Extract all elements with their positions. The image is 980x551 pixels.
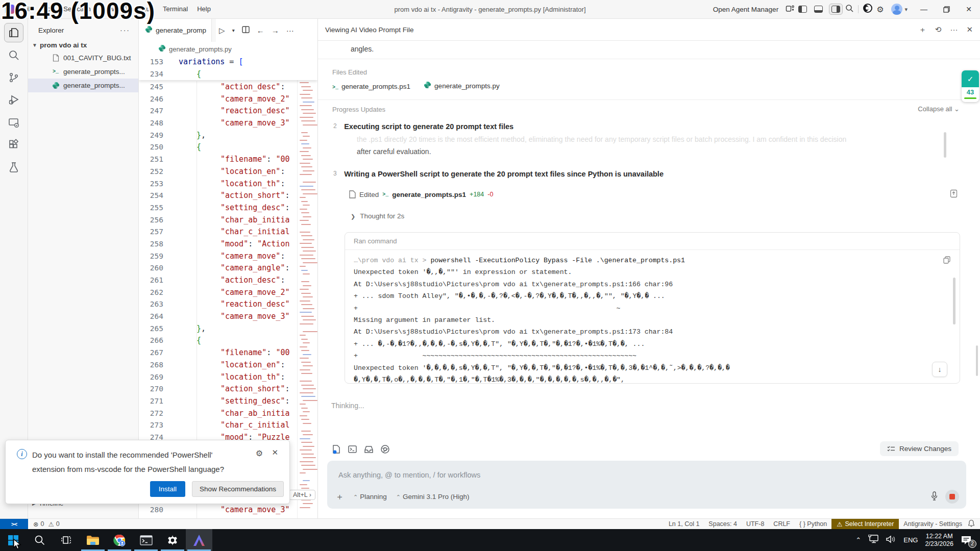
menu-file[interactable]: File (18, 0, 38, 18)
browser-icon[interactable] (380, 444, 390, 456)
review-changes-button[interactable]: Review Changes (880, 441, 959, 456)
toggle-bottom-panel-icon[interactable] (814, 6, 823, 13)
new-conversation-icon[interactable]: ＋ (919, 25, 926, 35)
run-debug-icon[interactable] (4, 90, 23, 110)
toggle-left-panel-icon[interactable] (798, 6, 807, 13)
account-chevron-down-icon[interactable]: ▾ (904, 6, 908, 13)
toggle-right-panel-icon[interactable] (829, 4, 843, 15)
panel-more-icon[interactable]: ··· (950, 25, 958, 35)
show-hidden-icons[interactable]: ⌃ (855, 536, 861, 544)
taskbar-taskview-button[interactable] (53, 529, 80, 551)
explorer-more-icon[interactable]: ··· (120, 26, 130, 34)
nav-forward-icon[interactable]: → (272, 26, 279, 35)
menu-edit[interactable]: Edit (38, 0, 59, 18)
chat-input-box[interactable]: Ask anything, @ to mention, / for workfl… (327, 461, 966, 509)
code-text: "filename": "00 (220, 154, 289, 166)
volume-icon[interactable] (886, 535, 896, 545)
progress-item-2[interactable]: 2 Executing script to generate 20 prompt… (333, 122, 936, 131)
edited-file-chip[interactable]: >_generate_prompts.ps1 (332, 83, 410, 90)
cursor-position[interactable]: Ln 1, Col 1 (664, 520, 704, 528)
remote-indicator[interactable]: >< (0, 519, 28, 530)
thought-row[interactable]: ❯Thought for 2s (351, 212, 404, 220)
notification-settings-icon[interactable]: ⚙ (256, 448, 263, 458)
minimize-button[interactable]: — (913, 0, 935, 18)
minimap[interactable] (297, 56, 317, 518)
open-agent-manager-button[interactable]: Open Agent Manager (713, 6, 778, 13)
eol-status[interactable]: CRLF (769, 520, 795, 528)
settings-gear-icon[interactable]: ⚙ (876, 5, 884, 14)
progress-item-3[interactable]: 3 Writing a PowerShell script to generat… (333, 169, 936, 179)
workspace-folder[interactable]: ▼ prom vdo ai tx (28, 39, 138, 51)
menu-run[interactable]: Run (137, 0, 158, 18)
edited-file-chip[interactable]: generate_prompts.py (424, 81, 500, 90)
network-icon[interactable] (868, 535, 879, 545)
notifications-bell-icon[interactable] (968, 519, 975, 529)
menu-terminal[interactable]: Terminal (158, 0, 192, 18)
file-item-py[interactable]: generate_prompts... (28, 79, 138, 92)
tab-generate-prompts-py[interactable]: generate_promp (139, 19, 212, 42)
language-indicator[interactable]: ENG (903, 536, 918, 544)
settings-status[interactable]: Antigravity - Settings (899, 520, 967, 528)
remote-explorer-icon[interactable] (4, 113, 23, 132)
collapse-all-button[interactable]: Collapse all ⌄ (918, 105, 960, 113)
show-recommendations-button[interactable]: Show Recommendations (192, 481, 284, 497)
edited-file-row[interactable]: Edited >_ generate_prompts.ps1 +184 -0 (349, 190, 493, 198)
taskbar-chrome-button[interactable] (106, 529, 133, 551)
terminal-chip-icon[interactable] (348, 444, 357, 456)
extension-overlay-widget[interactable]: ✓ 43 (962, 70, 979, 102)
clock[interactable]: 12:22 AM2/23/2026 (925, 533, 953, 548)
panel-scrollbar-thumb[interactable] (976, 345, 978, 376)
source-control-icon[interactable] (4, 68, 23, 87)
scrollbar-thumb[interactable] (944, 132, 946, 158)
restore-button[interactable] (935, 0, 958, 18)
search-icon[interactable] (4, 45, 23, 65)
run-options-chevron-icon[interactable]: ▾ (232, 28, 235, 33)
search-icon[interactable] (845, 4, 854, 15)
testing-icon[interactable] (4, 158, 23, 177)
open-diff-icon[interactable] (950, 189, 958, 200)
notification-center-icon[interactable]: 2 (961, 535, 973, 545)
install-button[interactable]: Install (150, 481, 185, 497)
editor-more-icon[interactable]: ··· (286, 26, 294, 35)
mic-icon[interactable] (930, 491, 938, 503)
encoding-status[interactable]: UTF-8 (742, 520, 769, 528)
add-context-icon[interactable]: ＋ (335, 491, 344, 503)
taskbar-search-button[interactable] (27, 529, 53, 551)
run-python-file-icon[interactable]: ▷ (219, 26, 225, 35)
history-icon[interactable]: ⟲ (935, 25, 942, 35)
stop-generation-button[interactable] (945, 490, 959, 504)
mode-selector[interactable]: ⌃Planning (353, 493, 387, 500)
select-interpreter-button[interactable]: ⚠Select Interpreter (831, 519, 899, 530)
inbox-icon[interactable] (364, 444, 374, 456)
notification-close-icon[interactable]: ✕ (272, 448, 278, 457)
breadcrumb[interactable]: generate_prompts.py (139, 42, 317, 56)
file-item-txt[interactable]: 001_CAVITY_BUG.txt (28, 51, 138, 65)
explorer-icon[interactable] (4, 23, 23, 42)
menu-help[interactable]: Help (192, 0, 215, 18)
browser-profile-icon[interactable] (863, 3, 873, 15)
layout-grid-icon[interactable] (786, 4, 795, 14)
menu-selection[interactable]: Selection (59, 0, 95, 18)
user-avatar[interactable] (891, 4, 902, 15)
menu-view[interactable]: View (95, 0, 119, 18)
scroll-to-bottom-button[interactable]: ↓ (932, 362, 947, 377)
language-mode[interactable]: { } Python (795, 520, 831, 528)
nav-back-icon[interactable]: ← (257, 26, 264, 35)
menu-go[interactable]: Go (119, 0, 137, 18)
indentation-status[interactable]: Spaces: 4 (704, 520, 742, 528)
modified-file-icon[interactable] (331, 444, 341, 456)
taskbar-settings-button[interactable] (159, 529, 186, 551)
chat-shortcut-hint[interactable]: Alt+L › (289, 490, 315, 500)
panel-close-icon[interactable]: ✕ (966, 25, 973, 35)
extensions-icon[interactable] (4, 135, 23, 155)
taskbar-explorer-button[interactable] (80, 529, 106, 551)
taskbar-antigravity-button[interactable] (186, 529, 212, 551)
close-button[interactable]: ✕ (958, 0, 980, 18)
scrollbar-thumb[interactable] (953, 278, 955, 324)
problems-status[interactable]: ⊗0 ⚠0 (33, 520, 60, 528)
split-editor-icon[interactable] (242, 26, 250, 35)
copy-icon[interactable] (943, 256, 950, 266)
model-selector[interactable]: ⌃Gemini 3.1 Pro (High) (396, 493, 470, 500)
file-item-ps1[interactable]: >_generate_prompts... (28, 65, 138, 79)
taskbar-terminal-button[interactable] (133, 529, 159, 551)
